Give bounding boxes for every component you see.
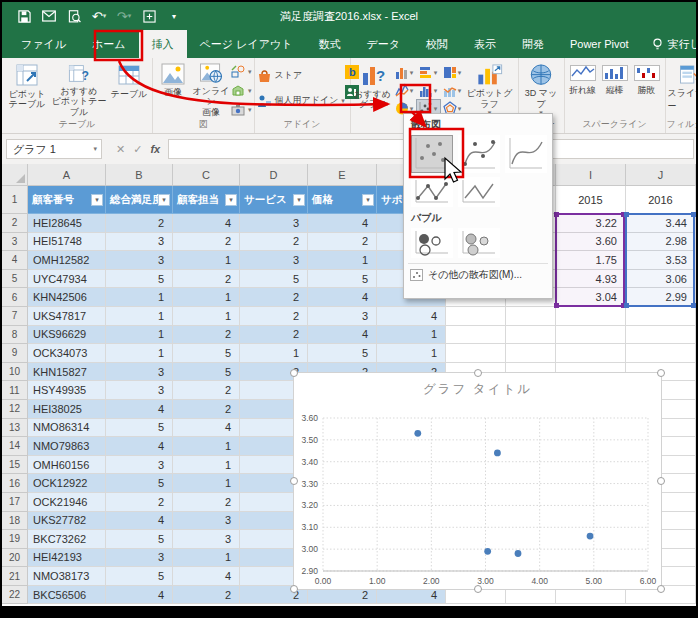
cell-D4[interactable]: 3: [240, 251, 308, 270]
customize-qat-icon[interactable]: ▾: [166, 8, 182, 24]
cell-B8[interactable]: 1: [106, 326, 173, 345]
column-header-A[interactable]: A: [28, 164, 106, 186]
cell-J1-2016[interactable]: 2016: [626, 186, 696, 214]
cell-I5[interactable]: 4.93: [556, 270, 626, 289]
data-point[interactable]: [515, 550, 522, 557]
cell-E7[interactable]: 3: [308, 307, 377, 326]
name-box[interactable]: グラフ 1▾: [6, 139, 102, 159]
cell-E3[interactable]: 2: [308, 233, 377, 252]
cell-D2[interactable]: 3: [240, 214, 308, 233]
screenshot-button[interactable]: ▾: [231, 101, 252, 118]
row-header-3[interactable]: 3: [2, 233, 28, 252]
cell-A12[interactable]: HEI38025: [28, 400, 106, 419]
cell-B22[interactable]: 4: [106, 586, 173, 605]
sparkline-column-button[interactable]: 縦棒: [599, 61, 631, 113]
cell-I7[interactable]: [556, 307, 626, 326]
tab-5[interactable]: データ: [353, 30, 413, 58]
tab-6[interactable]: 校閲: [413, 30, 461, 58]
cell-J8[interactable]: [626, 326, 696, 345]
cell-J3[interactable]: 2.98: [626, 233, 696, 252]
embedded-scatter-chart[interactable]: グラフ タイトル 2.903.003.103.203.303.403.503.6…: [293, 372, 662, 590]
data-point[interactable]: [587, 533, 594, 540]
cell-D8[interactable]: 2: [240, 326, 308, 345]
tab-0[interactable]: ファイル: [8, 30, 79, 58]
cell-H9[interactable]: [506, 344, 556, 363]
cell-B18[interactable]: 4: [106, 512, 173, 531]
cell-B14[interactable]: 4: [106, 437, 173, 456]
cell-J2[interactable]: 3.44: [626, 214, 696, 233]
row-header-13[interactable]: 13: [2, 419, 28, 438]
cell-B9[interactable]: 1: [106, 344, 173, 363]
cell-D5[interactable]: 5: [240, 270, 308, 289]
menu-item-scatter-smooth-markers[interactable]: [458, 135, 500, 173]
cell-C7[interactable]: 1: [173, 307, 240, 326]
cell-A7[interactable]: UKS47817: [28, 307, 106, 326]
row-header-7[interactable]: 7: [2, 307, 28, 326]
chart-title[interactable]: グラフ タイトル: [294, 381, 661, 398]
row-header-2[interactable]: 2: [2, 214, 28, 233]
cell-C17[interactable]: 2: [173, 493, 240, 512]
cell-D3[interactable]: 2: [240, 233, 308, 252]
filter-dropdown-icon[interactable]: ▾: [362, 194, 374, 206]
filter-header-1[interactable]: 顧客番号▾: [28, 186, 106, 214]
row-header-4[interactable]: 4: [2, 251, 28, 270]
cell-B4[interactable]: 3: [106, 251, 173, 270]
cell-E4[interactable]: 1: [308, 251, 377, 270]
menu-item-scatter-straight[interactable]: [458, 177, 500, 207]
row-header-9[interactable]: 9: [2, 344, 28, 363]
online-pictures-button[interactable]: オンライン画像: [191, 61, 231, 117]
row-header-18[interactable]: 18: [2, 512, 28, 531]
column-header-D[interactable]: D: [240, 164, 308, 186]
cell-B12[interactable]: 4: [106, 400, 173, 419]
filter-header-5[interactable]: 価格▾: [308, 186, 377, 214]
cell-A3[interactable]: HEI51748: [28, 233, 106, 252]
cell-A9[interactable]: OCK34073: [28, 344, 106, 363]
smartart-button[interactable]: ▾: [231, 82, 252, 99]
cell-B17[interactable]: 2: [106, 493, 173, 512]
row-header-15[interactable]: 15: [2, 456, 28, 475]
cancel-icon[interactable]: ✕: [116, 143, 125, 156]
filter-dropdown-icon[interactable]: ▾: [293, 194, 305, 206]
filter-header-4[interactable]: サービス▾: [240, 186, 308, 214]
store-button[interactable]: ストア: [257, 67, 345, 84]
cell-B13[interactable]: 5: [106, 419, 173, 438]
filter-dropdown-icon[interactable]: ▾: [158, 194, 170, 206]
cell-C14[interactable]: 1: [173, 437, 240, 456]
insert-function-icon[interactable]: fx: [150, 143, 160, 155]
print-preview-icon[interactable]: [66, 8, 82, 24]
cell-G7[interactable]: [446, 307, 506, 326]
cell-J4[interactable]: 3.53: [626, 251, 696, 270]
cell-C12[interactable]: 2: [173, 400, 240, 419]
cell-A22[interactable]: BKC56506: [28, 586, 106, 605]
filter-header-2[interactable]: 総合満足度▾: [106, 186, 173, 214]
chart-selection-handle[interactable]: [290, 477, 298, 485]
tab-1[interactable]: ホーム: [79, 30, 139, 58]
cell-I1-2015[interactable]: 2015: [556, 186, 626, 214]
sparkline-winloss-button[interactable]: 勝敗: [631, 61, 663, 113]
cell-A15[interactable]: OMH60156: [28, 456, 106, 475]
insert-bar-chart-button[interactable]: ▾: [417, 64, 440, 81]
cell-A20[interactable]: HEI42193: [28, 549, 106, 568]
3d-map-button[interactable]: 3D マップ ▾: [521, 61, 562, 117]
cell-B10[interactable]: 3: [106, 363, 173, 382]
menu-item-scatter-smooth[interactable]: [505, 135, 547, 173]
column-header-C[interactable]: C: [173, 164, 240, 186]
insert-line-chart-button[interactable]: ▾: [393, 82, 416, 99]
cell-C9[interactable]: 5: [173, 344, 240, 363]
cell-H7[interactable]: [506, 307, 556, 326]
cell-A19[interactable]: BKC73262: [28, 530, 106, 549]
cell-A8[interactable]: UKS96629: [28, 326, 106, 345]
sparkline-line-button[interactable]: 折れ線: [567, 61, 599, 113]
insert-combo-chart-button[interactable]: ▾: [441, 82, 464, 99]
cell-C13[interactable]: 4: [173, 419, 240, 438]
cell-C19[interactable]: 3: [173, 530, 240, 549]
cell-A17[interactable]: OCK21946: [28, 493, 106, 512]
cell-G9[interactable]: [446, 344, 506, 363]
cell-B6[interactable]: 1: [106, 288, 173, 307]
tab-insert-active[interactable]: 挿入: [139, 30, 187, 58]
cell-B15[interactable]: 3: [106, 456, 173, 475]
cell-F7[interactable]: 4: [377, 307, 446, 326]
tab-9[interactable]: Power Pivot: [557, 30, 642, 58]
cell-I9[interactable]: [556, 344, 626, 363]
cell-I2[interactable]: 3.22: [556, 214, 626, 233]
